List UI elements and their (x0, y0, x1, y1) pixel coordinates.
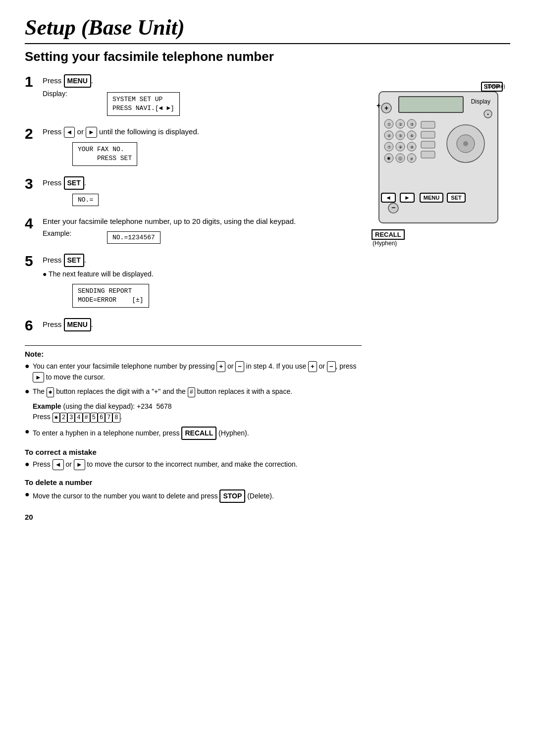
step-3-text: Press SET. (43, 176, 362, 190)
stop-key-delete: STOP (219, 489, 245, 503)
plus-key-note2: + (308, 361, 317, 372)
note-bullet-2: ● The ✱ button replaces the digit with a… (25, 386, 362, 397)
svg-rect-31 (421, 151, 435, 158)
right-key-note: ► (33, 372, 44, 383)
nav-left-key-2: ◄ (64, 127, 75, 138)
step-3-number: 3 (25, 176, 43, 191)
menu-key-1: MENU (64, 74, 91, 88)
svg-rect-1 (399, 97, 463, 112)
svg-text:MENU: MENU (424, 195, 439, 201)
note-title: Note: (25, 350, 362, 358)
nav-right-correct: ► (74, 459, 85, 470)
delete-label-diagram: (Delete) (486, 83, 505, 89)
plus-key-note: + (216, 361, 225, 372)
section-title: Setting your facsimile telephone number (25, 49, 510, 64)
svg-text:◄: ◄ (385, 194, 391, 201)
example-label: Example: (43, 229, 77, 237)
nav-left-correct: ◄ (53, 459, 64, 470)
svg-rect-28 (421, 121, 435, 128)
svg-text:②: ② (399, 122, 402, 127)
example-display: NO.=1234567 (107, 231, 160, 244)
hash-key-note: # (188, 387, 195, 397)
recall-key-note: RECALL (181, 427, 216, 440)
delete-number-title: To delete a number (25, 478, 362, 486)
key-2: 2 (60, 413, 67, 423)
note-bullet-1: ● You can enter your facsimile telephone… (25, 361, 362, 382)
correct-mistake-title: To correct a mistake (25, 448, 362, 456)
step-1: 1 Press MENU. Display: SYSTEM SET UP PRE… (25, 74, 362, 118)
minus-key-note: − (235, 361, 244, 372)
correct-mistake-text: ● Press ◄ or ► to move the cursor to the… (25, 459, 362, 470)
key-5: 5 (90, 413, 98, 423)
star-key-ex: ✱ (53, 413, 60, 423)
svg-text:⑨: ⑨ (410, 145, 414, 150)
step-4: 4 Enter your facsimile telephone number,… (25, 216, 362, 246)
svg-text:+: + (384, 104, 388, 112)
note-bullet-3: Example (using the dial keypad): +234 56… (25, 401, 362, 423)
svg-text:►: ► (404, 194, 410, 201)
svg-text:⑦: ⑦ (387, 145, 391, 150)
key-7: 7 (105, 413, 112, 423)
svg-text:④: ④ (387, 134, 391, 138)
step-2-text: Press ◄ or ► until the following is disp… (43, 126, 362, 138)
step-5-text: Press SET. (43, 254, 362, 267)
display-box-1: SYSTEM SET UP PRESS NAVI.[◄ ►] (107, 92, 180, 116)
step-4-text: Enter your facsimile telephone number, u… (43, 216, 362, 227)
device-diagram-area: + ① ② ③ ④ ⑤ ⑥ ⑦ ⑧ (372, 74, 510, 521)
svg-text:SET: SET (451, 195, 462, 201)
step-5: 5 Press SET. ● The next feature will be … (25, 254, 362, 310)
step-2-number: 2 (25, 126, 43, 141)
set-key-3: SET (64, 176, 84, 190)
step-5-bullet: ● The next feature will be displayed. (43, 269, 362, 279)
step-1-number: 1 (25, 74, 43, 89)
svg-rect-30 (421, 141, 435, 148)
svg-text:✱: ✱ (387, 156, 391, 161)
correct-mistake-section: To correct a mistake ● Press ◄ or ► to m… (25, 448, 362, 470)
svg-text:−: − (391, 204, 395, 212)
step-6-text: Press MENU. (43, 318, 362, 331)
key-6: 6 (98, 413, 105, 423)
hash-key-ex: # (83, 413, 90, 423)
display-label-1: Display: (43, 90, 77, 98)
svg-text:⑥: ⑥ (410, 134, 414, 138)
svg-text:⑤: ⑤ (399, 134, 402, 138)
hyphen-label-diagram: (Hyphen) (373, 240, 397, 247)
display-box-2: YOUR FAX NO. PRESS SET (72, 142, 137, 166)
svg-rect-29 (421, 131, 435, 138)
delete-number-section: To delete a number ● Move the cursor to … (25, 478, 362, 503)
display-label-diagram: Display (471, 98, 490, 105)
step-6: 6 Press MENU. (25, 318, 362, 333)
recall-label-diagram: RECALL (372, 229, 405, 240)
svg-point-34 (463, 141, 468, 146)
svg-text:③: ③ (410, 122, 414, 127)
set-key-5: SET (64, 254, 84, 267)
svg-text:•: • (487, 112, 488, 117)
plus-label-diagram: + (376, 102, 380, 109)
display-box-3: NO.= (72, 194, 99, 206)
svg-text:⓪: ⓪ (398, 157, 402, 161)
step-3: 3 Press SET. NO.= (25, 176, 362, 208)
page-number: 20 (25, 513, 362, 521)
display-box-5: SENDING REPORT MODE=ERROR [±] (72, 284, 149, 308)
step-6-number: 6 (25, 318, 43, 333)
key-8: 8 (112, 413, 120, 423)
page-title: Setup (Base Unit) (25, 15, 510, 44)
svg-text:⑧: ⑧ (399, 145, 402, 150)
note-section: Note: ● You can enter your facsimile tel… (25, 345, 362, 440)
note-bullet-4: ● To enter a hyphen in a telephone numbe… (25, 427, 362, 440)
nav-right-key-2: ► (86, 127, 97, 138)
svg-text:①: ① (387, 122, 391, 127)
delete-number-text: ● Move the cursor to the number you want… (25, 489, 362, 503)
step-2: 2 Press ◄ or ► until the following is di… (25, 126, 362, 168)
svg-text:#: # (410, 157, 413, 162)
star-key-note: ✱ (47, 387, 54, 397)
key-3: 3 (67, 413, 75, 423)
minus-key-note2: − (327, 361, 336, 372)
key-4: 4 (75, 413, 82, 423)
menu-key-6: MENU (64, 318, 91, 331)
step-4-number: 4 (25, 216, 43, 231)
step-5-number: 5 (25, 254, 43, 269)
step-1-text: Press MENU. (43, 74, 362, 88)
